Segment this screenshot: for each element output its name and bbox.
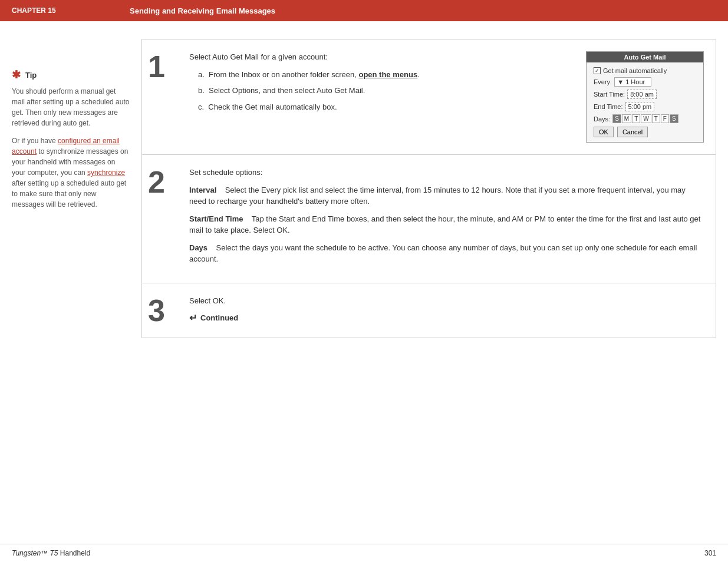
step-1-box: 1 Select Auto Get Mail for a given accou… [141,39,716,154]
start-time-label: Start Time: [594,91,625,98]
auto-get-mail-dialog: Auto Get Mail ✓ Get mail automatically E… [586,51,704,143]
footer-product-name: Tungsten™ T5 [12,549,58,557]
open-menus-link: open the menus [358,70,417,79]
dialog-cancel-button[interactable]: Cancel [617,127,648,137]
end-time-value[interactable]: 5:00 pm [625,102,655,111]
step-2-number: 2 [148,167,189,197]
step-1-sub-a: a. From the Inbox or on another folder s… [198,69,574,81]
footer-product-suffix: Handheld [58,549,90,557]
get-mail-checkbox[interactable]: ✓ [594,67,601,74]
day-M[interactable]: M [622,114,631,123]
step-1-number: 1 [148,51,189,82]
chapter-title: Sending and Receiving Email Messages [130,6,275,15]
synchronize-link[interactable]: synchronize [87,168,125,177]
step-3-box: 3 Select OK. ↵ Continued [141,283,716,338]
day-W[interactable]: W [641,114,651,123]
start-time-row: Start Time: 8:00 am [594,90,696,99]
step-2-intro: Set schedule options: [189,167,704,178]
tip-asterisk-icon: ✱ [12,68,21,81]
tip-paragraph-2: Or if you have configured an email accou… [12,135,130,210]
every-row: Every: ▼ 1 Hour [594,77,696,87]
days-row-container: Days: S M T W T F S [594,114,696,123]
step-1-intro: Select Auto Get Mail for a given account… [189,51,574,63]
chapter-label: CHAPTER 15 [12,6,130,15]
step-1-sub-c: c. Check the Get mail automatically box. [198,101,574,113]
startend-term: Start/End Time [189,214,243,223]
step-3-number: 3 [148,295,189,326]
step-1-sub-b: b. Select Options, and then select Auto … [198,85,574,97]
every-label: Every: [594,78,612,85]
step-2-box: 2 Set schedule options: Interval Select … [141,154,716,283]
step-3-intro: Select OK. [189,295,704,307]
get-mail-checkbox-label: Get mail automatically [603,67,667,74]
continued-label: Continued [200,313,238,322]
day-S2[interactable]: S [670,114,678,123]
tip-header: ✱ Tip [12,68,130,81]
tip-paragraph-1: You should perform a manual get mail aft… [12,86,130,128]
get-mail-checkbox-row: ✓ Get mail automatically [594,67,696,74]
footer: Tungsten™ T5 Handheld 301 [0,544,728,562]
day-S1[interactable]: S [612,114,621,123]
step-2-days: Days Select the days you want the schedu… [189,242,704,265]
step-3-content: Select OK. ↵ Continued [189,295,704,324]
tip-label: Tip [25,71,37,80]
step-1-text: Select Auto Get Mail for a given account… [189,51,574,143]
days-term: Days [189,243,207,252]
day-T2[interactable]: T [652,114,660,123]
interval-term: Interval [189,186,216,194]
day-F[interactable]: F [661,114,669,123]
start-time-value[interactable]: 8:00 am [627,90,657,99]
every-dropdown[interactable]: ▼ 1 Hour [614,77,651,87]
steps-area: 1 Select Auto Get Mail for a given accou… [141,39,716,338]
end-time-label: End Time: [594,103,623,110]
sidebar: ✱ Tip You should perform a manual get ma… [12,39,130,338]
days-label: Days: [594,115,610,123]
step-1-content: Select Auto Get Mail for a given account… [189,51,704,143]
step-2-content: Set schedule options: Interval Select th… [189,167,704,271]
header: CHAPTER 15 Sending and Receiving Email M… [0,0,728,21]
dialog-buttons: OK Cancel [594,127,696,137]
step-1-inner: Select Auto Get Mail for a given account… [189,51,704,143]
step-2-interval: Interval Select the Every pick list and … [189,184,704,207]
continued-arrow-icon: ↵ [189,312,197,323]
footer-product: Tungsten™ T5 Handheld [12,549,90,557]
footer-page-number: 301 [704,549,716,557]
step-2-startend: Start/End Time Tap the Start and End Tim… [189,213,704,236]
end-time-row: End Time: 5:00 pm [594,102,696,111]
continued-row: ↵ Continued [189,312,704,323]
configured-email-link[interactable]: configured an email account [12,137,120,156]
page-content: ✱ Tip You should perform a manual get ma… [0,21,728,350]
page-wrapper: CHAPTER 15 Sending and Receiving Email M… [0,0,728,562]
dialog-title: Auto Get Mail [587,52,703,62]
days-selector[interactable]: S M T W T F S [612,114,678,123]
dialog-ok-button[interactable]: OK [594,127,614,137]
day-T1[interactable]: T [632,114,640,123]
